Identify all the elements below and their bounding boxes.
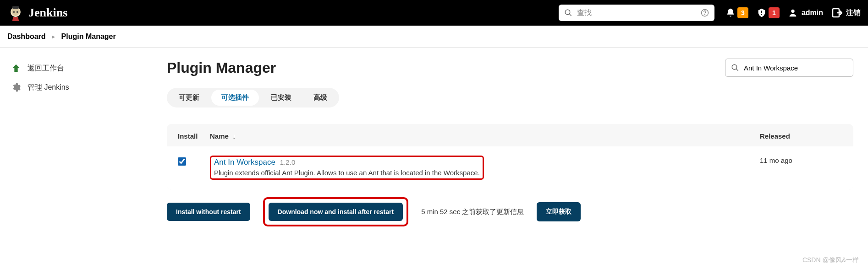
table-row: Ant In Workspace 1.2.0 Plugin extends of… — [167, 146, 853, 190]
plugin-released: 11 mo ago — [760, 156, 842, 164]
alerts-badge: 1 — [769, 7, 780, 18]
breadcrumb: Dashboard ▸ Plugin Manager — [0, 26, 868, 48]
arrow-up-icon — [11, 63, 21, 73]
svg-rect-9 — [761, 14, 762, 15]
fetch-now-button[interactable]: 立即获取 — [537, 202, 581, 221]
topbar-right: 3 1 admin 注销 — [725, 7, 861, 18]
plugin-description: Plugin extends official Ant Plugin. Allo… — [214, 169, 480, 177]
user-menu[interactable]: admin — [788, 8, 823, 18]
col-install[interactable]: Install — [178, 132, 210, 140]
notifications-badge: 3 — [737, 7, 748, 18]
col-name[interactable]: Name ↓ — [210, 132, 760, 140]
tab-updates[interactable]: 可更新 — [169, 90, 209, 106]
svg-line-13 — [736, 69, 738, 71]
col-released[interactable]: Released — [760, 132, 842, 140]
breadcrumb-plugin-manager[interactable]: Plugin Manager — [61, 32, 116, 41]
highlight-annotation: Ant In Workspace 1.2.0 Plugin extends of… — [210, 156, 484, 180]
plugin-version: 1.2.0 — [280, 158, 295, 166]
tabs: 可更新 可选插件 已安装 高级 — [167, 88, 339, 108]
logo[interactable]: Jenkins — [7, 5, 67, 21]
main-content: Plugin Manager 可更新 可选插件 已安装 高级 Install N… — [156, 48, 868, 245]
username: admin — [802, 9, 823, 17]
logout-button[interactable]: 注销 — [831, 7, 861, 18]
plugin-checkbox[interactable] — [178, 157, 186, 166]
page-title: Plugin Manager — [167, 59, 276, 76]
search-box[interactable] — [559, 5, 714, 21]
alerts[interactable]: 1 — [757, 7, 780, 18]
logout-icon — [831, 7, 842, 18]
plugin-checkbox-cell — [178, 156, 210, 167]
plugin-filter[interactable] — [725, 59, 853, 77]
sidebar-item-label: 返回工作台 — [27, 64, 64, 73]
plugin-filter-input[interactable] — [744, 64, 847, 72]
tab-advanced[interactable]: 高级 — [303, 90, 337, 106]
svg-point-2 — [13, 11, 15, 13]
svg-line-5 — [569, 14, 571, 16]
table-header: Install Name ↓ Released — [167, 124, 853, 146]
user-icon — [788, 8, 798, 18]
svg-rect-1 — [12, 6, 19, 9]
tab-available[interactable]: 可选插件 — [211, 90, 259, 106]
help-icon[interactable] — [701, 9, 709, 17]
app-name: Jenkins — [28, 6, 67, 20]
svg-rect-8 — [761, 11, 762, 13]
svg-point-3 — [16, 11, 18, 13]
svg-point-12 — [732, 65, 737, 70]
search-input[interactable] — [577, 9, 696, 17]
chevron-right-icon: ▸ — [52, 33, 55, 40]
svg-point-4 — [565, 10, 570, 15]
update-info-text: 5 min 52 sec 之前获取了更新信息 — [421, 208, 524, 216]
gear-icon — [11, 82, 21, 92]
col-name-label: Name — [210, 132, 229, 140]
plugin-name-link[interactable]: Ant In Workspace — [214, 158, 275, 167]
search-icon — [564, 9, 572, 17]
shield-alert-icon — [757, 8, 767, 18]
search-icon — [731, 64, 739, 72]
jenkins-logo-icon — [7, 5, 24, 21]
download-install-restart-button[interactable]: Download now and install after restart — [269, 203, 403, 221]
svg-point-7 — [705, 14, 705, 15]
sidebar-item-manage[interactable]: 管理 Jenkins — [5, 78, 150, 97]
logout-label: 注销 — [846, 8, 861, 18]
svg-point-10 — [791, 10, 794, 13]
bell-icon — [725, 8, 736, 18]
sort-down-icon: ↓ — [232, 132, 236, 140]
top-bar: Jenkins 3 1 admin — [0, 0, 868, 26]
sidebar-item-back[interactable]: 返回工作台 — [5, 59, 150, 78]
sidebar: 返回工作台 管理 Jenkins — [0, 48, 156, 245]
install-without-restart-button[interactable]: Install without restart — [167, 203, 250, 221]
sidebar-item-label: 管理 Jenkins — [27, 83, 69, 92]
notifications[interactable]: 3 — [725, 7, 748, 18]
highlight-annotation: Download now and install after restart — [263, 197, 409, 226]
plugin-table: Install Name ↓ Released Ant In Workspace — [167, 124, 853, 190]
tab-installed[interactable]: 已安装 — [261, 90, 302, 106]
actions-row: Install without restart Download now and… — [167, 197, 853, 226]
breadcrumb-dashboard[interactable]: Dashboard — [7, 32, 46, 41]
